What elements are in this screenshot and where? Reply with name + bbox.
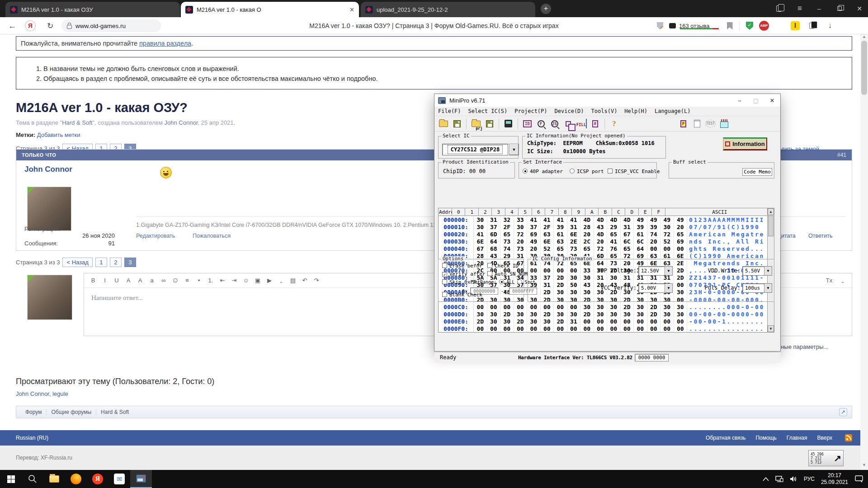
verify-after-checkbox[interactable]: ✓Verify after <box>442 271 485 277</box>
bookmark-button[interactable] <box>723 17 736 34</box>
hex-byte[interactable]: 30 <box>660 304 674 310</box>
open-project-button[interactable]: prj <box>470 117 482 130</box>
save-file-button[interactable] <box>451 117 463 130</box>
hex-byte[interactable]: 49 <box>527 238 541 245</box>
hex-byte[interactable]: 39 <box>554 224 567 230</box>
hex-byte[interactable]: 30 <box>607 311 621 318</box>
hex-byte[interactable]: 00 <box>674 318 688 325</box>
insert-quote-button[interactable]: „ <box>837 275 848 286</box>
hex-byte[interactable]: 74 <box>500 245 514 252</box>
hex-byte[interactable]: 31 <box>514 253 528 259</box>
adblock-extension-button[interactable]: ABP <box>758 17 770 34</box>
browser-tab-3[interactable]: upload_2021-9-25_20-12-2 <box>361 2 535 17</box>
tab-close-icon[interactable]: ✕ <box>349 6 354 13</box>
hex-byte[interactable]: 41 <box>607 238 621 245</box>
hex-byte[interactable]: 30 <box>474 224 487 230</box>
ordered-list-button[interactable]: 1. <box>205 275 216 286</box>
hex-byte[interactable]: 00 <box>541 304 554 310</box>
tray-chevron-up-icon[interactable] <box>763 477 769 481</box>
code-memo-tab[interactable]: Code Memo <box>742 168 772 176</box>
hex-byte[interactable]: 4D <box>594 231 608 238</box>
hex-byte[interactable]: 6E <box>567 231 581 238</box>
browser-tab-1[interactable]: M216A ver 1.0 - какая ОЗУ <box>5 2 180 17</box>
hex-byte[interactable]: 31 <box>621 224 634 230</box>
hex-byte[interactable]: 00 <box>567 304 581 310</box>
adapter-radio[interactable]: 40P adapter <box>523 169 563 174</box>
translation-credit[interactable]: Перевод: XF-Russia.ru <box>16 455 72 461</box>
downloads-button[interactable]: ↓ <box>824 17 836 34</box>
hex-byte[interactable]: 20 <box>674 224 688 230</box>
hex-byte[interactable]: 65 <box>674 231 688 238</box>
hex-byte[interactable]: 20 <box>594 238 608 245</box>
hex-byte[interactable]: 73 <box>567 245 581 252</box>
hex-byte[interactable]: 00 <box>660 318 674 325</box>
report-post-link[interactable]: Пожаловаться <box>193 233 231 239</box>
fill-block-button[interactable]: FILL <box>576 117 588 130</box>
hex-byte[interactable]: 2D <box>514 318 528 325</box>
hex-byte[interactable]: 30 <box>500 318 514 325</box>
mail-app-button[interactable]: ✉ <box>108 470 130 488</box>
help-button[interactable]: ? <box>608 117 620 130</box>
hex-byte[interactable]: 41 <box>474 231 487 238</box>
hex-byte[interactable]: 2D <box>541 311 554 318</box>
open-file-button[interactable] <box>437 117 449 130</box>
hex-byte[interactable]: 28 <box>580 224 594 230</box>
browser-scrollbar[interactable]: ▲ ▼ <box>860 34 868 470</box>
scroll-down-arrow[interactable]: ▼ <box>860 463 868 467</box>
font-size-button[interactable]: A <box>135 275 146 286</box>
edit-buffer-button[interactable] <box>691 117 703 130</box>
hex-byte[interactable]: 30 <box>514 224 528 230</box>
hex-byte[interactable]: 00 <box>647 245 661 252</box>
page-3-button[interactable]: 3 <box>124 258 136 267</box>
redo-button[interactable]: ↷ <box>311 275 322 286</box>
hex-byte[interactable]: 67 <box>621 231 634 238</box>
post-number[interactable]: #41 <box>837 152 846 158</box>
hex-byte[interactable]: 30 <box>474 311 487 318</box>
hex-byte[interactable]: 30 <box>674 311 688 318</box>
hex-byte[interactable]: 00 <box>594 325 608 332</box>
hex-byte[interactable]: 65 <box>500 231 514 238</box>
hex-byte[interactable]: 20 <box>647 238 661 245</box>
hex-byte[interactable]: 00 <box>554 304 567 310</box>
post-timestamp[interactable]: ТОЛЬКО ЧТО <box>22 152 56 158</box>
tab-groups-icon[interactable] <box>771 0 787 17</box>
underline-button[interactable]: U <box>111 275 122 286</box>
hex-byte[interactable]: 72 <box>514 231 528 238</box>
hex-byte[interactable]: 2D <box>474 318 487 325</box>
hex-byte[interactable]: 52 <box>541 245 554 252</box>
hex-byte[interactable]: 00 <box>607 318 621 325</box>
rules-link[interactable]: правила раздела <box>139 40 191 47</box>
remove-formatting-button[interactable]: Tx <box>824 275 835 286</box>
hex-byte[interactable]: 72 <box>660 231 674 238</box>
hex-byte[interactable]: 32 <box>500 216 514 223</box>
vdd-write-select[interactable]: 5.50V▼ <box>742 266 772 276</box>
window-close-button[interactable]: ✕ <box>852 0 867 17</box>
indent-button[interactable]: ⇥ <box>229 275 240 286</box>
hex-byte[interactable]: 41 <box>567 216 581 223</box>
hex-byte[interactable]: 6E <box>674 253 688 259</box>
hex-byte[interactable]: 6E <box>474 238 487 245</box>
hex-byte[interactable]: 00 <box>474 325 487 332</box>
insert-image-button[interactable]: ▣ <box>252 275 263 286</box>
rss-icon[interactable] <box>845 434 852 441</box>
hex-byte[interactable]: 63 <box>647 253 661 259</box>
blank-check-checkbox[interactable]: Blank Check <box>442 292 482 298</box>
hex-byte[interactable]: 30 <box>567 311 581 318</box>
skip-ff-checkbox[interactable]: Skip 0xFF <box>442 279 476 285</box>
hex-scroll-up[interactable]: ▲ <box>768 208 774 215</box>
hex-byte[interactable]: 61 <box>634 231 647 238</box>
hex-byte[interactable]: 2F <box>541 224 554 230</box>
hex-byte[interactable]: 2D <box>647 311 661 318</box>
breadcrumb-item[interactable]: Форум <box>21 409 47 415</box>
hex-byte[interactable]: 41 <box>527 216 541 223</box>
hex-byte[interactable]: 2D <box>621 304 634 310</box>
minipro-title-bar[interactable]: MiniPro v6.71 – ▢ ✕ <box>434 94 780 107</box>
minipro-taskbar-button[interactable] <box>130 470 152 488</box>
hex-byte[interactable]: 65 <box>554 245 567 252</box>
hex-byte[interactable]: 30 <box>594 304 608 310</box>
hex-byte[interactable]: 30 <box>474 216 487 223</box>
hex-byte[interactable]: 30 <box>594 311 608 318</box>
collections-button[interactable] <box>806 17 818 34</box>
hex-byte[interactable]: 00 <box>487 325 501 332</box>
hex-byte[interactable]: 39 <box>647 224 661 230</box>
